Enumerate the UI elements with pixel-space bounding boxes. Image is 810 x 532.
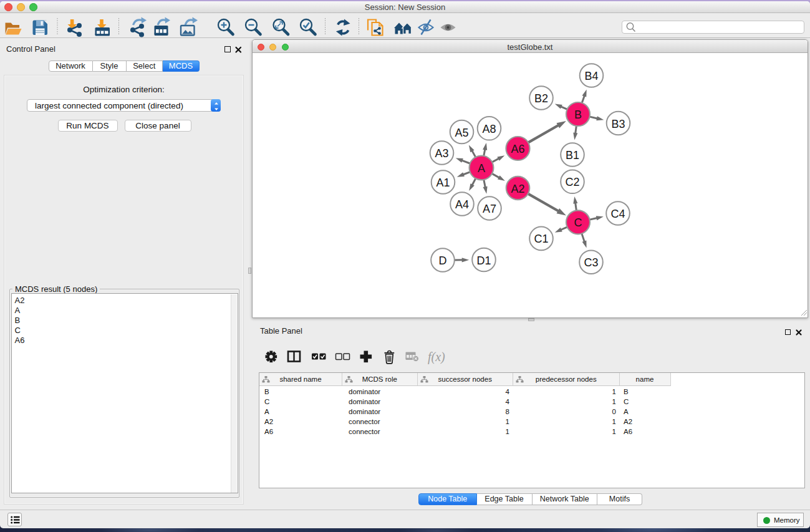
svg-text:C1: C1 — [534, 233, 548, 245]
svg-text:B3: B3 — [611, 118, 625, 130]
svg-text:A2: A2 — [511, 183, 524, 195]
svg-text:C2: C2 — [565, 176, 579, 188]
svg-text:A5: A5 — [455, 127, 468, 139]
svg-text:A3: A3 — [435, 147, 448, 160]
svg-text:B1: B1 — [566, 149, 579, 162]
svg-text:C4: C4 — [610, 208, 625, 220]
svg-text:A6: A6 — [511, 143, 524, 155]
svg-text:A: A — [478, 162, 485, 175]
svg-text:B2: B2 — [534, 92, 548, 105]
svg-text:C3: C3 — [584, 256, 598, 269]
svg-text:A8: A8 — [482, 123, 496, 135]
svg-text:B4: B4 — [584, 70, 598, 82]
svg-text:A4: A4 — [455, 198, 469, 211]
svg-text:C: C — [574, 216, 582, 229]
svg-text:A1: A1 — [436, 177, 450, 189]
svg-text:D1: D1 — [476, 254, 491, 267]
svg-text:D: D — [439, 254, 447, 267]
svg-text:A7: A7 — [483, 203, 496, 215]
svg-text:f(x): f(x) — [428, 350, 445, 364]
svg-text:B: B — [574, 109, 582, 121]
